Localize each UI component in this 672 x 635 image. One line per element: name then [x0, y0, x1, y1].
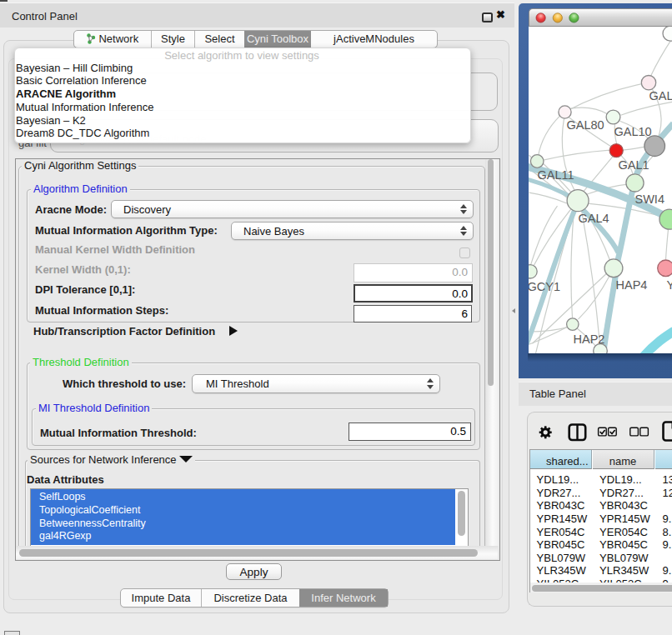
- svg-text:Y: Y: [666, 278, 672, 292]
- svg-text:GAL11: GAL11: [537, 168, 574, 182]
- svg-text:GAL10: GAL10: [614, 125, 651, 138]
- svg-text:HAP2: HAP2: [573, 332, 604, 346]
- svg-text:SWI4: SWI4: [634, 192, 664, 206]
- svg-text:GAL80: GAL80: [566, 118, 604, 132]
- svg-text:GAL4: GAL4: [578, 212, 609, 225]
- svg-text:GAL1: GAL1: [618, 158, 649, 172]
- svg-text:GAL: GAL: [649, 89, 672, 102]
- svg-text:GCY1: GCY1: [529, 280, 560, 293]
- svg-text:HAP4: HAP4: [615, 278, 647, 292]
